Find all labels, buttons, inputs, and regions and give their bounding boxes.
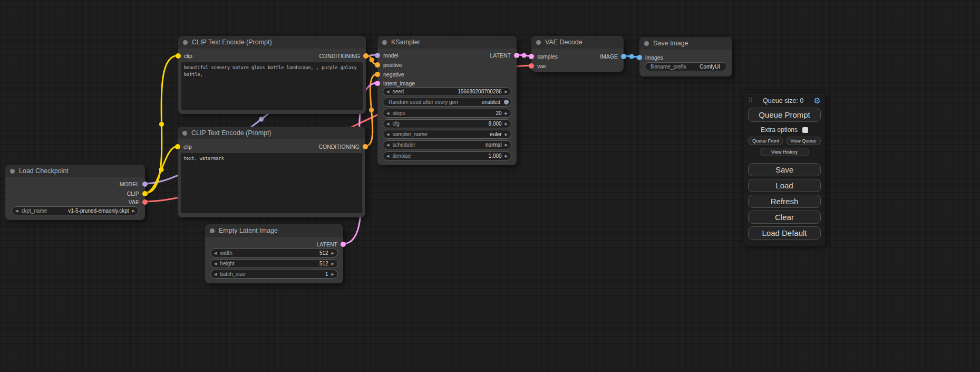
node-header[interactable]: CLIP Text Encode (Prompt) bbox=[178, 36, 366, 49]
increment-arrow-icon[interactable]: ▶ bbox=[502, 132, 511, 137]
decrement-arrow-icon[interactable]: ◀ bbox=[383, 132, 392, 137]
node-header[interactable]: VAE Decode bbox=[531, 36, 624, 49]
widget-height[interactable]: ◀ height 512 ▶ bbox=[210, 259, 338, 268]
decrement-arrow-icon[interactable]: ◀ bbox=[383, 111, 392, 116]
node-header[interactable]: Empty Latent Image bbox=[205, 224, 343, 237]
negative-prompt-textarea[interactable]: text, watermark bbox=[181, 153, 362, 213]
slot-dot-latent[interactable] bbox=[529, 54, 534, 59]
widget-batch-size[interactable]: ◀ batch_size 1 ▶ bbox=[210, 270, 338, 279]
slot-dot-latent[interactable] bbox=[341, 242, 346, 247]
slot-dot-model[interactable] bbox=[375, 53, 380, 58]
output-slot-image[interactable]: IMAGE bbox=[600, 53, 626, 59]
output-slot-model[interactable]: MODEL bbox=[120, 181, 148, 187]
increment-arrow-icon[interactable]: ▶ bbox=[328, 262, 337, 266]
slot-dot-conditioning[interactable] bbox=[363, 53, 368, 59]
widget-seed[interactable]: ◀ seed 156680208700286 ▶ bbox=[383, 87, 511, 96]
node-collapse-dot[interactable] bbox=[210, 228, 215, 233]
slot-dot-clip[interactable] bbox=[142, 191, 148, 196]
decrement-arrow-icon[interactable]: ◀ bbox=[211, 272, 220, 276]
widget-sampler-name[interactable]: ◀ sampler_name euler ▶ bbox=[383, 130, 511, 139]
load-button[interactable]: Load bbox=[748, 179, 821, 192]
node-empty-latent-image[interactable]: Empty Latent Image LATENT ◀ width 512 ▶ … bbox=[205, 224, 343, 283]
decrement-arrow-icon[interactable]: ◀ bbox=[211, 262, 220, 266]
input-slot-clip[interactable]: clip bbox=[175, 144, 192, 149]
slot-dot-model[interactable] bbox=[142, 182, 148, 187]
widget-random-seed-toggle[interactable]: Random seed after every gen enabled bbox=[383, 98, 511, 107]
slot-dot-latent[interactable] bbox=[375, 81, 380, 86]
node-collapse-dot[interactable] bbox=[10, 169, 15, 174]
node-save-image[interactable]: Save Image images filename_prefix ComfyU… bbox=[639, 37, 732, 77]
slot-dot-image[interactable] bbox=[621, 54, 626, 59]
slot-dot-conditioning[interactable] bbox=[363, 144, 368, 149]
increment-arrow-icon[interactable]: ▶ bbox=[502, 90, 511, 94]
input-slot-clip[interactable]: clip bbox=[176, 53, 192, 59]
increment-arrow-icon[interactable]: ▶ bbox=[328, 251, 337, 255]
output-slot-latent[interactable]: LATENT bbox=[490, 52, 519, 58]
input-slot-vae[interactable]: vae bbox=[529, 63, 546, 69]
input-slot-images[interactable]: images bbox=[637, 54, 663, 60]
decrement-arrow-icon[interactable]: ◀ bbox=[211, 251, 220, 255]
extra-options-checkbox[interactable] bbox=[802, 127, 808, 133]
widget-steps[interactable]: ◀ steps 20 ▶ bbox=[383, 109, 511, 118]
decrement-arrow-icon[interactable]: ◀ bbox=[383, 122, 392, 126]
node-load-checkpoint[interactable]: Load Checkpoint MODEL CLIP VAE ◀ ckpt_na… bbox=[5, 165, 145, 220]
input-slot-latent-image[interactable]: latent_image bbox=[375, 80, 415, 86]
slot-dot-latent[interactable] bbox=[514, 53, 519, 58]
node-header[interactable]: CLIP Text Encode (Prompt) bbox=[178, 127, 365, 139]
increment-arrow-icon[interactable]: ▶ bbox=[328, 272, 337, 276]
decrement-arrow-icon[interactable]: ◀ bbox=[383, 90, 392, 94]
increment-arrow-icon[interactable]: ▶ bbox=[502, 122, 511, 126]
increment-arrow-icon[interactable]: ▶ bbox=[502, 111, 511, 116]
widget-denoise[interactable]: ◀ denoise 1.000 ▶ bbox=[383, 151, 511, 160]
decrement-arrow-icon[interactable]: ◀ bbox=[383, 154, 392, 158]
node-clip-text-encode-negative[interactable]: CLIP Text Encode (Prompt) clip CONDITION… bbox=[178, 127, 365, 217]
input-slot-negative[interactable]: negative bbox=[375, 71, 404, 77]
input-slot-samples[interactable]: samples bbox=[529, 53, 558, 59]
settings-gear-icon[interactable]: ⚙ bbox=[814, 97, 821, 104]
output-slot-vae[interactable]: VAE bbox=[129, 199, 148, 205]
decrement-arrow-icon[interactable]: ◀ bbox=[383, 143, 392, 147]
menu-drag-handle-icon[interactable]: ⠿ bbox=[748, 97, 753, 104]
widget-scheduler[interactable]: ◀ scheduler normal ▶ bbox=[383, 140, 511, 149]
toggle-knob[interactable] bbox=[504, 100, 509, 104]
queue-prompt-button[interactable]: Queue Prompt bbox=[748, 108, 821, 122]
load-default-button[interactable]: Load Default bbox=[748, 226, 821, 240]
clear-button[interactable]: Clear bbox=[748, 211, 821, 224]
node-collapse-dot[interactable] bbox=[182, 131, 187, 136]
slot-dot-clip[interactable] bbox=[176, 53, 181, 59]
slot-dot-vae[interactable] bbox=[142, 199, 148, 205]
refresh-button[interactable]: Refresh bbox=[748, 195, 821, 208]
view-history-button[interactable]: View History bbox=[760, 148, 809, 156]
node-collapse-dot[interactable] bbox=[183, 40, 188, 45]
increment-arrow-icon[interactable]: ▶ bbox=[502, 154, 511, 158]
slot-dot-vae[interactable] bbox=[529, 63, 534, 69]
save-button[interactable]: Save bbox=[748, 163, 821, 176]
node-ksampler[interactable]: KSampler model positive negative latent_… bbox=[377, 36, 517, 165]
node-vae-decode[interactable]: VAE Decode samples vae IMAGE bbox=[531, 36, 624, 72]
widget-cfg[interactable]: ◀ cfg 8.000 ▶ bbox=[383, 119, 511, 128]
graph-canvas[interactable]: Load Checkpoint MODEL CLIP VAE ◀ ckpt_na… bbox=[0, 0, 980, 372]
slot-dot-clip[interactable] bbox=[175, 144, 180, 149]
output-slot-conditioning[interactable]: CONDITIONING bbox=[319, 53, 368, 59]
slot-dot-conditioning[interactable] bbox=[375, 72, 380, 77]
output-slot-clip[interactable]: CLIP bbox=[127, 190, 148, 196]
decrement-arrow-icon[interactable]: ◀ bbox=[12, 209, 21, 213]
input-slot-model[interactable]: model bbox=[375, 52, 399, 58]
increment-arrow-icon[interactable]: ▶ bbox=[129, 209, 138, 213]
node-header[interactable]: KSampler bbox=[377, 36, 517, 49]
slot-dot-conditioning[interactable] bbox=[375, 62, 380, 68]
slot-dot-image[interactable] bbox=[637, 55, 642, 60]
widget-filename-prefix[interactable]: filename_prefix ComfyUI bbox=[645, 62, 727, 71]
node-collapse-dot[interactable] bbox=[644, 41, 649, 46]
node-collapse-dot[interactable] bbox=[536, 40, 541, 45]
positive-prompt-textarea[interactable]: beautiful scenery nature glass bottle la… bbox=[181, 62, 363, 110]
widget-ckpt-name[interactable]: ◀ ckpt_name v1-5-pruned-emaonly.ckpt ▶ bbox=[12, 206, 139, 215]
output-slot-latent[interactable]: LATENT bbox=[317, 241, 346, 247]
node-header[interactable]: Save Image bbox=[639, 37, 732, 50]
node-collapse-dot[interactable] bbox=[382, 40, 387, 45]
widget-width[interactable]: ◀ width 512 ▶ bbox=[210, 249, 338, 257]
queue-front-button[interactable]: Queue Front bbox=[748, 137, 783, 145]
node-header[interactable]: Load Checkpoint bbox=[5, 165, 145, 177]
increment-arrow-icon[interactable]: ▶ bbox=[502, 143, 511, 147]
node-clip-text-encode-positive[interactable]: CLIP Text Encode (Prompt) clip CONDITION… bbox=[178, 36, 366, 114]
